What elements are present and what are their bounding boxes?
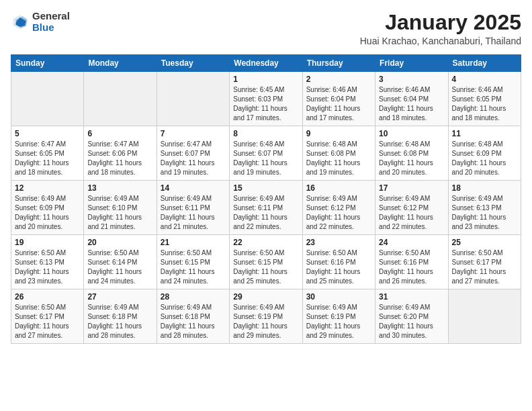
day-info: Sunrise: 6:49 AM Sunset: 6:10 PM Dayligh… [87, 194, 152, 232]
day-cell: 1Sunrise: 6:45 AM Sunset: 6:03 PM Daylig… [230, 72, 302, 126]
location-title: Huai Krachao, Kanchanaburi, Thailand [360, 36, 521, 46]
day-info: Sunrise: 6:46 AM Sunset: 6:05 PM Dayligh… [452, 85, 517, 123]
day-number: 24 [379, 238, 444, 247]
week-row-3: 12Sunrise: 6:49 AM Sunset: 6:09 PM Dayli… [11, 181, 521, 235]
day-cell: 10Sunrise: 6:48 AM Sunset: 6:08 PM Dayli… [375, 126, 448, 181]
day-info: Sunrise: 6:45 AM Sunset: 6:03 PM Dayligh… [233, 85, 298, 123]
day-cell: 23Sunrise: 6:50 AM Sunset: 6:16 PM Dayli… [302, 235, 375, 289]
day-info: Sunrise: 6:49 AM Sunset: 6:11 PM Dayligh… [161, 194, 226, 232]
day-cell: 27Sunrise: 6:49 AM Sunset: 6:18 PM Dayli… [84, 289, 157, 344]
day-cell: 15Sunrise: 6:49 AM Sunset: 6:11 PM Dayli… [230, 181, 302, 235]
day-cell: 11Sunrise: 6:48 AM Sunset: 6:09 PM Dayli… [448, 126, 521, 181]
day-info: Sunrise: 6:50 AM Sunset: 6:17 PM Dayligh… [452, 248, 517, 286]
weekday-header-saturday: Saturday [448, 55, 521, 72]
day-info: Sunrise: 6:49 AM Sunset: 6:11 PM Dayligh… [233, 194, 298, 232]
day-info: Sunrise: 6:48 AM Sunset: 6:08 PM Dayligh… [379, 140, 444, 177]
logo-text: General Blue [32, 11, 70, 33]
day-info: Sunrise: 6:50 AM Sunset: 6:14 PM Dayligh… [87, 248, 152, 286]
day-number: 15 [233, 183, 298, 193]
day-cell: 31Sunrise: 6:49 AM Sunset: 6:20 PM Dayli… [375, 289, 448, 344]
day-number: 12 [15, 183, 80, 193]
day-cell: 25Sunrise: 6:50 AM Sunset: 6:17 PM Dayli… [448, 235, 521, 289]
logo-blue-text: Blue [32, 22, 70, 34]
day-number: 2 [306, 75, 371, 84]
weekday-header-friday: Friday [375, 55, 448, 72]
day-cell [448, 289, 521, 344]
day-number: 21 [161, 238, 226, 247]
day-info: Sunrise: 6:49 AM Sunset: 6:20 PM Dayligh… [379, 303, 444, 340]
day-number: 3 [379, 75, 444, 84]
day-number: 8 [233, 129, 298, 138]
day-cell [157, 72, 229, 126]
day-info: Sunrise: 6:49 AM Sunset: 6:09 PM Dayligh… [15, 194, 80, 232]
day-number: 13 [87, 183, 152, 193]
day-number: 5 [15, 129, 80, 138]
day-info: Sunrise: 6:49 AM Sunset: 6:12 PM Dayligh… [306, 194, 371, 232]
day-info: Sunrise: 6:50 AM Sunset: 6:15 PM Dayligh… [233, 248, 298, 286]
day-cell: 9Sunrise: 6:48 AM Sunset: 6:08 PM Daylig… [302, 126, 375, 181]
weekday-header-wednesday: Wednesday [230, 55, 302, 72]
day-cell: 26Sunrise: 6:50 AM Sunset: 6:17 PM Dayli… [11, 289, 84, 344]
day-number: 23 [306, 238, 371, 247]
day-cell: 12Sunrise: 6:49 AM Sunset: 6:09 PM Dayli… [11, 181, 84, 235]
day-number: 27 [87, 292, 152, 302]
day-number: 22 [233, 238, 298, 247]
day-cell: 29Sunrise: 6:49 AM Sunset: 6:19 PM Dayli… [230, 289, 302, 344]
day-cell: 8Sunrise: 6:48 AM Sunset: 6:07 PM Daylig… [230, 126, 302, 181]
day-info: Sunrise: 6:49 AM Sunset: 6:19 PM Dayligh… [233, 303, 298, 340]
day-cell: 6Sunrise: 6:47 AM Sunset: 6:06 PM Daylig… [84, 126, 157, 181]
weekday-header-monday: Monday [84, 55, 157, 72]
day-info: Sunrise: 6:50 AM Sunset: 6:13 PM Dayligh… [15, 248, 80, 286]
day-number: 26 [15, 292, 80, 302]
logo-general-text: General [32, 11, 70, 22]
week-row-5: 26Sunrise: 6:50 AM Sunset: 6:17 PM Dayli… [11, 289, 521, 344]
day-number: 9 [306, 129, 371, 138]
day-info: Sunrise: 6:46 AM Sunset: 6:04 PM Dayligh… [306, 85, 371, 123]
week-row-1: 1Sunrise: 6:45 AM Sunset: 6:03 PM Daylig… [11, 72, 521, 126]
day-number: 11 [452, 129, 517, 138]
day-cell: 28Sunrise: 6:49 AM Sunset: 6:18 PM Dayli… [157, 289, 229, 344]
day-info: Sunrise: 6:48 AM Sunset: 6:08 PM Dayligh… [306, 140, 371, 177]
day-info: Sunrise: 6:49 AM Sunset: 6:18 PM Dayligh… [87, 303, 152, 340]
day-number: 10 [379, 129, 444, 138]
day-number: 7 [161, 129, 226, 138]
day-number: 4 [452, 75, 517, 84]
week-row-4: 19Sunrise: 6:50 AM Sunset: 6:13 PM Dayli… [11, 235, 521, 289]
day-cell: 14Sunrise: 6:49 AM Sunset: 6:11 PM Dayli… [157, 181, 229, 235]
logo: General Blue [11, 11, 70, 33]
day-number: 1 [233, 75, 298, 84]
day-cell: 18Sunrise: 6:49 AM Sunset: 6:13 PM Dayli… [448, 181, 521, 235]
day-number: 19 [15, 238, 80, 247]
day-cell [11, 72, 84, 126]
day-number: 6 [87, 129, 152, 138]
logo-icon [11, 13, 30, 32]
day-number: 25 [452, 238, 517, 247]
month-title: January 2025 [360, 11, 521, 34]
day-cell: 13Sunrise: 6:49 AM Sunset: 6:10 PM Dayli… [84, 181, 157, 235]
day-number: 14 [161, 183, 226, 193]
day-cell: 24Sunrise: 6:50 AM Sunset: 6:16 PM Dayli… [375, 235, 448, 289]
day-cell: 20Sunrise: 6:50 AM Sunset: 6:14 PM Dayli… [84, 235, 157, 289]
weekday-header-sunday: Sunday [11, 55, 84, 72]
day-cell: 30Sunrise: 6:49 AM Sunset: 6:19 PM Dayli… [302, 289, 375, 344]
day-cell: 7Sunrise: 6:47 AM Sunset: 6:07 PM Daylig… [157, 126, 229, 181]
page-header: General Blue January 2025 Huai Krachao, … [11, 11, 521, 46]
week-row-2: 5Sunrise: 6:47 AM Sunset: 6:05 PM Daylig… [11, 126, 521, 181]
day-cell: 22Sunrise: 6:50 AM Sunset: 6:15 PM Dayli… [230, 235, 302, 289]
day-info: Sunrise: 6:47 AM Sunset: 6:07 PM Dayligh… [161, 140, 226, 177]
day-info: Sunrise: 6:46 AM Sunset: 6:04 PM Dayligh… [379, 85, 444, 123]
day-number: 20 [87, 238, 152, 247]
day-cell: 16Sunrise: 6:49 AM Sunset: 6:12 PM Dayli… [302, 181, 375, 235]
day-info: Sunrise: 6:47 AM Sunset: 6:05 PM Dayligh… [15, 140, 80, 177]
day-cell: 4Sunrise: 6:46 AM Sunset: 6:05 PM Daylig… [448, 72, 521, 126]
weekday-header-thursday: Thursday [302, 55, 375, 72]
weekday-header-tuesday: Tuesday [157, 55, 229, 72]
title-block: January 2025 Huai Krachao, Kanchanaburi,… [360, 11, 521, 46]
day-info: Sunrise: 6:49 AM Sunset: 6:13 PM Dayligh… [452, 194, 517, 232]
day-number: 16 [306, 183, 371, 193]
day-info: Sunrise: 6:50 AM Sunset: 6:16 PM Dayligh… [306, 248, 371, 286]
day-info: Sunrise: 6:48 AM Sunset: 6:09 PM Dayligh… [452, 140, 517, 177]
day-info: Sunrise: 6:50 AM Sunset: 6:15 PM Dayligh… [161, 248, 226, 286]
day-number: 31 [379, 292, 444, 302]
day-info: Sunrise: 6:48 AM Sunset: 6:07 PM Dayligh… [233, 140, 298, 177]
